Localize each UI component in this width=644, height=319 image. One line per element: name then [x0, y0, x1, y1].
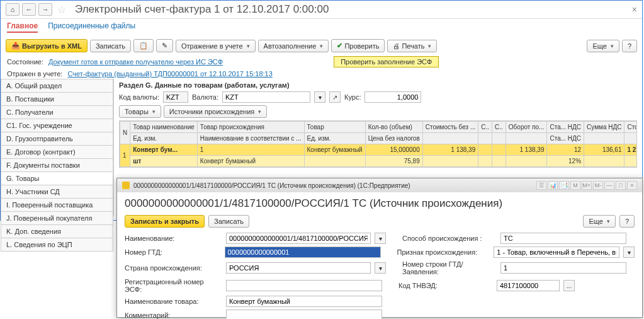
col-cost[interactable]: Стоим... — [624, 122, 637, 133]
print-button[interactable]: 🖨 Печать — [387, 40, 437, 52]
goods-name-input[interactable] — [226, 296, 382, 307]
name-input[interactable] — [226, 233, 371, 244]
country-label: Страна происхождения: — [125, 264, 222, 272]
sidebar-item-a[interactable]: A. Общий раздел — [1, 79, 113, 93]
table-row[interactable]: 1 Конверт бум... 1 Конверт бумажный 15,0… — [120, 144, 638, 156]
back-button[interactable]: ← — [22, 3, 36, 16]
reg-label: Регистрационный номер ЭСФ: — [125, 278, 222, 293]
sidebar-item-l[interactable]: L. Сведения по ЭЦП — [1, 238, 113, 252]
rate-input[interactable] — [364, 91, 421, 103]
sidebar-item-i[interactable]: I. Поверенный поставщика — [1, 199, 113, 212]
origin-dialog: 0000000000000001/1/4817100000/РОССИЯ/1 Т… — [116, 178, 643, 318]
col-unit2[interactable]: Ед. изм. — [304, 133, 365, 144]
col-price-no-tax[interactable]: Цена без налогов — [365, 133, 422, 144]
col-vat-rate[interactable]: Ста... НДС — [547, 122, 584, 133]
col-vat-rate2[interactable]: Ста... НДС — [547, 133, 584, 144]
currency-input[interactable] — [222, 91, 310, 103]
dlg-more-button[interactable]: Еще — [583, 215, 615, 228]
home-button[interactable]: ⌂ — [6, 3, 20, 16]
save-button[interactable]: Записать — [90, 40, 131, 52]
currency-open-button[interactable]: ↗ — [329, 91, 341, 103]
dlg-save-button[interactable]: Записать — [208, 215, 249, 228]
sidebar-item-f[interactable]: F. Документы поставки — [1, 159, 113, 172]
tab-files[interactable]: Присоединенные файлы — [48, 21, 135, 33]
dlg-help-button[interactable]: ? — [619, 215, 635, 228]
currency-code-input[interactable] — [163, 91, 188, 103]
gtd-input[interactable] — [225, 246, 381, 258]
line-input[interactable] — [500, 262, 626, 274]
sidebar-item-b[interactable]: B. Поставщики — [1, 93, 113, 106]
reg-input[interactable] — [226, 280, 382, 291]
help-button[interactable]: ? — [622, 40, 637, 52]
col-goods[interactable]: Товар — [304, 122, 365, 133]
goods-name-label: Наименование товара: — [125, 298, 222, 305]
dialog-window-title: 0000000000000001/1/4817100000/РОССИЯ/1 Т… — [133, 182, 410, 189]
col-name-match[interactable]: Наименование в соответствии с ... — [197, 133, 304, 144]
col-vat-sum[interactable]: Сумма НДС — [584, 122, 624, 133]
close-button[interactable]: × — [632, 4, 637, 14]
dlg-close[interactable]: × — [627, 181, 637, 190]
verify-banner[interactable]: Проверить заполнение ЭСФ — [334, 56, 439, 67]
method-input[interactable] — [500, 233, 626, 244]
col-unit[interactable]: Ед. изм. — [130, 133, 198, 144]
currency-drop-button[interactable]: ▾ — [314, 91, 325, 103]
comment-input[interactable] — [226, 310, 382, 319]
col-n[interactable]: N — [120, 122, 130, 144]
sidebar-item-c1[interactable]: C1. Гос. учреждение — [1, 119, 113, 132]
copy-button[interactable]: 📋 — [133, 39, 154, 52]
check-button[interactable]: ✔ Проверить — [331, 39, 385, 52]
dlg-maximize[interactable]: □ — [616, 181, 626, 190]
col-qty[interactable]: Кол-во (объем) — [365, 122, 422, 133]
tnved-input[interactable] — [497, 280, 560, 291]
export-xml-button[interactable]: 📤 Выгрузить в XML — [6, 39, 88, 52]
name-label: Наименование: — [125, 235, 222, 242]
col-turnover[interactable]: Оборот по... — [506, 122, 547, 133]
state-link[interactable]: Документ готов к отправке получателю чер… — [48, 58, 223, 66]
col-c2[interactable]: С.. — [492, 122, 506, 133]
sign-drop[interactable]: ▾ — [623, 246, 635, 258]
dlg-minimize[interactable]: — — [604, 181, 614, 190]
sidebar-item-c[interactable]: C. Получатели — [1, 106, 113, 119]
edit-button[interactable]: ✎ — [156, 39, 173, 52]
sidebar-item-e[interactable]: E. Договор (контракт) — [1, 146, 113, 159]
currency-code-label: Код валюты: — [119, 93, 159, 101]
dlg-btn-2[interactable]: 📊 — [548, 181, 558, 190]
cell-cost-no: 1 138,39 — [422, 144, 478, 156]
sidebar-item-j[interactable]: J. Поверенный покупателя — [1, 212, 113, 225]
main-tabs: Главное Присоединенные файлы — [1, 19, 642, 37]
country-drop[interactable]: ▾ — [375, 262, 386, 274]
autofill-button[interactable]: Автозаполнение — [258, 40, 329, 52]
subtab-origin[interactable]: Источники происхождения — [164, 105, 267, 118]
cell-c2 — [492, 144, 506, 156]
sidebar-item-d[interactable]: D. Грузоотправитель — [1, 132, 113, 146]
col-cost-no[interactable]: Стоимость без ... — [422, 122, 478, 133]
cell-cost: 1 275,00 — [624, 144, 637, 156]
reflected-link[interactable]: Счет-фактура (выданный) ТДП00000001 от 1… — [67, 70, 272, 78]
dlg-btn-3[interactable]: 📑 — [559, 181, 569, 190]
sidebar-item-h[interactable]: H. Участники СД — [1, 185, 113, 199]
forward-button[interactable]: → — [38, 3, 52, 16]
name-drop[interactable]: ▾ — [375, 233, 386, 244]
country-input[interactable] — [226, 262, 371, 274]
reflected-row: Отражен в учете: Счет-фактура (выданный)… — [1, 69, 642, 79]
subtab-goods[interactable]: Товары — [119, 105, 161, 118]
dlg-btn-mplus[interactable]: M+ — [582, 181, 592, 190]
col-origin[interactable]: Товар происхождения — [197, 122, 304, 133]
more-button[interactable]: Еще — [587, 40, 619, 52]
tnved-open[interactable]: ... — [563, 280, 575, 291]
col-c1[interactable]: С.. — [478, 122, 492, 133]
sidebar-item-k[interactable]: K. Доп. сведения — [1, 225, 113, 238]
subtabs: Товары Источники происхождения — [119, 105, 637, 118]
dialog-titlebar: 0000000000000001/1/4817100000/РОССИЯ/1 Т… — [117, 178, 642, 192]
table-row[interactable]: шт Конверт бумажный 75,89 12% 0000000000… — [120, 156, 638, 167]
sidebar-item-g[interactable]: G. Товары — [1, 172, 113, 185]
dlg-btn-1[interactable]: ☰ — [536, 181, 546, 190]
save-close-button[interactable]: Записать и закрыть — [125, 215, 205, 228]
tab-main[interactable]: Главное — [7, 21, 38, 33]
sign-input[interactable] — [494, 246, 619, 258]
favorite-star-icon[interactable]: ☆ — [55, 3, 69, 16]
col-name[interactable]: Товар наименование — [130, 122, 198, 133]
reflect-button[interactable]: Отражение в учете — [176, 40, 256, 52]
dlg-btn-mminus[interactable]: M- — [593, 181, 603, 190]
dlg-btn-m[interactable]: M — [570, 181, 580, 190]
